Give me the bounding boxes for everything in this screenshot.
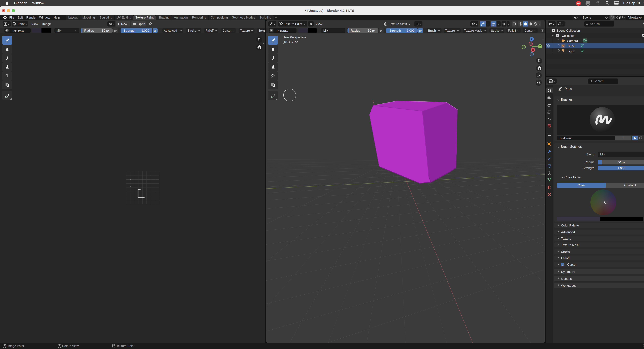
svg-text:X: X (532, 48, 534, 52)
svg-text:Y: Y (539, 45, 541, 48)
svg-text:Z: Z (531, 37, 532, 41)
